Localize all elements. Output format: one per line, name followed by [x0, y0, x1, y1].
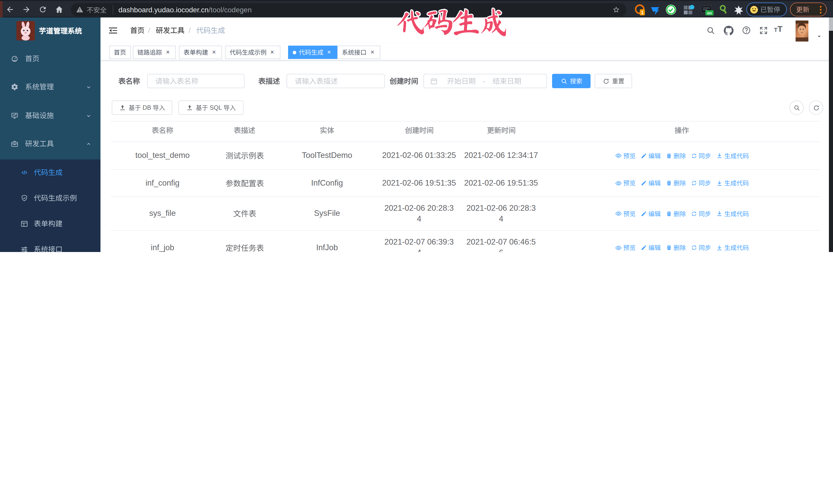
svg-text:on: on: [707, 11, 712, 15]
svg-text:1: 1: [641, 10, 644, 15]
